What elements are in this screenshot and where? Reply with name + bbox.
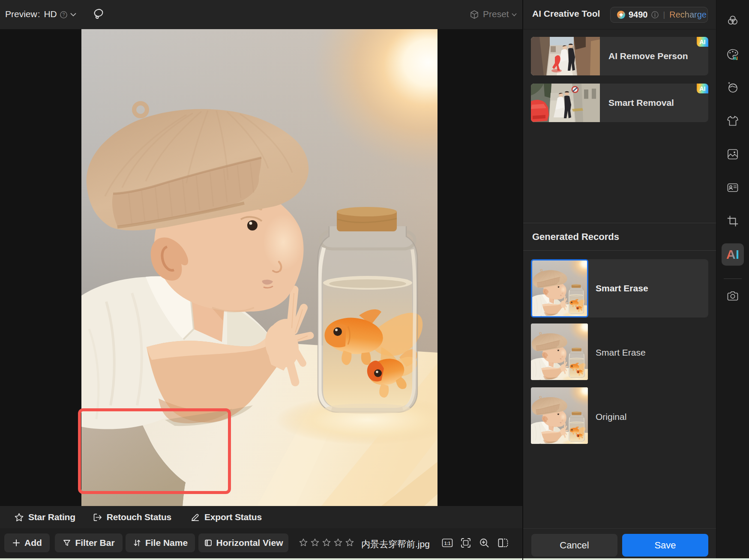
svg-text:?: ?: [63, 12, 65, 17]
svg-text:1:1: 1:1: [444, 541, 451, 546]
svg-text:I: I: [737, 56, 738, 61]
